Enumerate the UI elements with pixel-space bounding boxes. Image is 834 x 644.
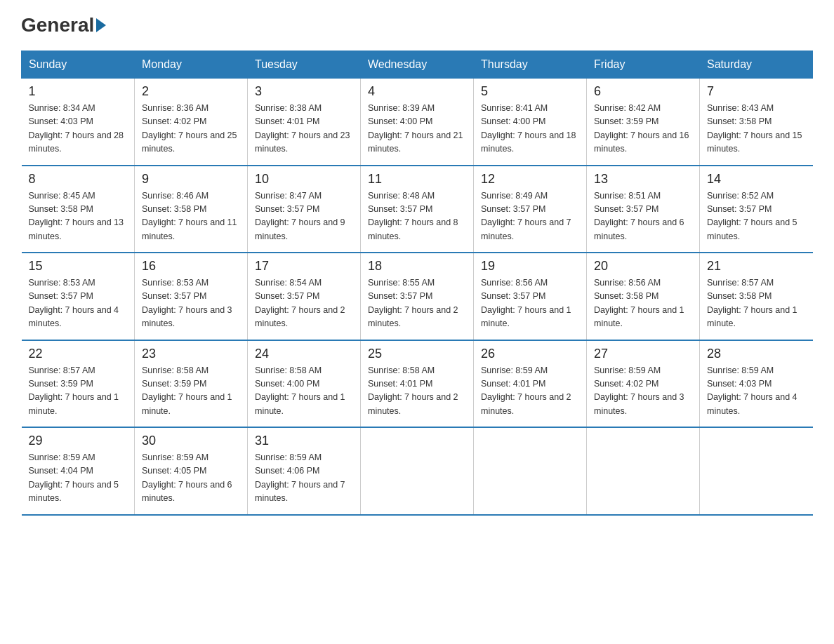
calendar-cell: 28 Sunrise: 8:59 AMSunset: 4:03 PMDaylig… xyxy=(700,340,813,428)
day-number: 18 xyxy=(368,259,466,274)
day-number: 13 xyxy=(594,172,692,187)
day-number: 19 xyxy=(481,259,579,274)
calendar-cell: 13 Sunrise: 8:51 AMSunset: 3:57 PMDaylig… xyxy=(587,166,700,253)
day-info: Sunrise: 8:41 AMSunset: 4:00 PMDaylight:… xyxy=(481,103,576,154)
day-number: 31 xyxy=(255,434,353,448)
day-info: Sunrise: 8:58 AMSunset: 3:59 PMDaylight:… xyxy=(142,365,232,416)
day-info: Sunrise: 8:56 AMSunset: 3:58 PMDaylight:… xyxy=(594,278,684,328)
day-number: 28 xyxy=(707,347,806,361)
day-number: 26 xyxy=(481,347,579,361)
calendar-cell: 22 Sunrise: 8:57 AMSunset: 3:59 PMDaylig… xyxy=(22,340,135,428)
day-info: Sunrise: 8:58 AMSunset: 4:00 PMDaylight:… xyxy=(255,365,345,416)
calendar-header: Sunday Monday Tuesday Wednesday Thursday… xyxy=(22,51,813,79)
day-number: 22 xyxy=(29,347,128,361)
calendar-cell: 6 Sunrise: 8:42 AMSunset: 3:59 PMDayligh… xyxy=(587,79,700,166)
day-number: 9 xyxy=(142,172,240,187)
col-thursday: Thursday xyxy=(474,51,587,79)
day-number: 17 xyxy=(255,259,353,274)
calendar-cell xyxy=(700,427,813,515)
day-info: Sunrise: 8:56 AMSunset: 3:57 PMDaylight:… xyxy=(481,278,571,328)
day-info: Sunrise: 8:52 AMSunset: 3:57 PMDaylight:… xyxy=(707,191,797,241)
calendar-cell: 15 Sunrise: 8:53 AMSunset: 3:57 PMDaylig… xyxy=(22,253,135,340)
col-tuesday: Tuesday xyxy=(248,51,361,79)
day-info: Sunrise: 8:51 AMSunset: 3:57 PMDaylight:… xyxy=(594,191,684,241)
day-number: 1 xyxy=(29,84,128,99)
col-friday: Friday xyxy=(587,51,700,79)
calendar-cell: 4 Sunrise: 8:39 AMSunset: 4:00 PMDayligh… xyxy=(361,79,474,166)
day-number: 27 xyxy=(594,347,692,361)
calendar-cell: 20 Sunrise: 8:56 AMSunset: 3:58 PMDaylig… xyxy=(587,253,700,340)
calendar-cell: 26 Sunrise: 8:59 AMSunset: 4:01 PMDaylig… xyxy=(474,340,587,428)
calendar-week-row: 15 Sunrise: 8:53 AMSunset: 3:57 PMDaylig… xyxy=(22,253,813,340)
col-wednesday: Wednesday xyxy=(361,51,474,79)
day-number: 25 xyxy=(368,347,466,361)
calendar-cell: 9 Sunrise: 8:46 AMSunset: 3:58 PMDayligh… xyxy=(135,166,248,253)
day-info: Sunrise: 8:58 AMSunset: 4:01 PMDaylight:… xyxy=(368,365,458,416)
day-info: Sunrise: 8:34 AMSunset: 4:03 PMDaylight:… xyxy=(29,103,124,154)
calendar-cell: 25 Sunrise: 8:58 AMSunset: 4:01 PMDaylig… xyxy=(361,340,474,428)
calendar-cell: 24 Sunrise: 8:58 AMSunset: 4:00 PMDaylig… xyxy=(248,340,361,428)
calendar-cell: 12 Sunrise: 8:49 AMSunset: 3:57 PMDaylig… xyxy=(474,166,587,253)
day-info: Sunrise: 8:59 AMSunset: 4:05 PMDaylight:… xyxy=(142,452,232,503)
day-number: 24 xyxy=(255,347,353,361)
day-info: Sunrise: 8:55 AMSunset: 3:57 PMDaylight:… xyxy=(368,278,458,328)
calendar-cell: 17 Sunrise: 8:54 AMSunset: 3:57 PMDaylig… xyxy=(248,253,361,340)
day-info: Sunrise: 8:43 AMSunset: 3:58 PMDaylight:… xyxy=(707,103,802,154)
calendar-cell xyxy=(474,427,587,515)
day-info: Sunrise: 8:59 AMSunset: 4:06 PMDaylight:… xyxy=(255,452,345,503)
day-info: Sunrise: 8:39 AMSunset: 4:00 PMDaylight:… xyxy=(368,103,463,154)
day-number: 29 xyxy=(29,434,128,448)
day-number: 7 xyxy=(707,84,806,99)
day-number: 15 xyxy=(29,259,128,274)
day-info: Sunrise: 8:49 AMSunset: 3:57 PMDaylight:… xyxy=(481,191,571,241)
day-info: Sunrise: 8:59 AMSunset: 4:02 PMDaylight:… xyxy=(594,365,684,416)
day-info: Sunrise: 8:53 AMSunset: 3:57 PMDaylight:… xyxy=(142,278,232,328)
calendar-cell: 18 Sunrise: 8:55 AMSunset: 3:57 PMDaylig… xyxy=(361,253,474,340)
calendar-cell: 23 Sunrise: 8:58 AMSunset: 3:59 PMDaylig… xyxy=(135,340,248,428)
calendar-week-row: 1 Sunrise: 8:34 AMSunset: 4:03 PMDayligh… xyxy=(22,79,813,166)
calendar-week-row: 8 Sunrise: 8:45 AMSunset: 3:58 PMDayligh… xyxy=(22,166,813,253)
day-info: Sunrise: 8:59 AMSunset: 4:03 PMDaylight:… xyxy=(707,365,797,416)
day-number: 4 xyxy=(368,84,466,99)
calendar-cell: 1 Sunrise: 8:34 AMSunset: 4:03 PMDayligh… xyxy=(22,79,135,166)
calendar-cell: 10 Sunrise: 8:47 AMSunset: 3:57 PMDaylig… xyxy=(248,166,361,253)
calendar-table: Sunday Monday Tuesday Wednesday Thursday… xyxy=(21,51,813,516)
day-number: 5 xyxy=(481,84,579,99)
col-sunday: Sunday xyxy=(22,51,135,79)
day-number: 8 xyxy=(29,172,128,187)
calendar-body: 1 Sunrise: 8:34 AMSunset: 4:03 PMDayligh… xyxy=(22,79,813,515)
day-number: 16 xyxy=(142,259,240,274)
day-number: 2 xyxy=(142,84,240,99)
day-number: 20 xyxy=(594,259,692,274)
day-number: 3 xyxy=(255,84,353,99)
day-info: Sunrise: 8:59 AMSunset: 4:01 PMDaylight:… xyxy=(481,365,571,416)
day-number: 21 xyxy=(707,259,806,274)
day-info: Sunrise: 8:45 AMSunset: 3:58 PMDaylight:… xyxy=(29,191,124,241)
col-saturday: Saturday xyxy=(700,51,813,79)
day-info: Sunrise: 8:46 AMSunset: 3:58 PMDaylight:… xyxy=(142,191,237,241)
calendar-cell: 5 Sunrise: 8:41 AMSunset: 4:00 PMDayligh… xyxy=(474,79,587,166)
logo-triangle-icon xyxy=(96,18,106,32)
day-info: Sunrise: 8:42 AMSunset: 3:59 PMDaylight:… xyxy=(594,103,689,154)
day-number: 6 xyxy=(594,84,692,99)
day-number: 23 xyxy=(142,347,240,361)
calendar-cell: 3 Sunrise: 8:38 AMSunset: 4:01 PMDayligh… xyxy=(248,79,361,166)
day-info: Sunrise: 8:53 AMSunset: 3:57 PMDaylight:… xyxy=(29,278,119,328)
calendar-cell: 27 Sunrise: 8:59 AMSunset: 4:02 PMDaylig… xyxy=(587,340,700,428)
calendar-week-row: 22 Sunrise: 8:57 AMSunset: 3:59 PMDaylig… xyxy=(22,340,813,428)
day-info: Sunrise: 8:57 AMSunset: 3:59 PMDaylight:… xyxy=(29,365,119,416)
day-info: Sunrise: 8:36 AMSunset: 4:02 PMDaylight:… xyxy=(142,103,237,154)
calendar-cell: 14 Sunrise: 8:52 AMSunset: 3:57 PMDaylig… xyxy=(700,166,813,253)
day-info: Sunrise: 8:57 AMSunset: 3:58 PMDaylight:… xyxy=(707,278,797,328)
day-number: 14 xyxy=(707,172,806,187)
day-number: 11 xyxy=(368,172,466,187)
col-monday: Monday xyxy=(135,51,248,79)
day-info: Sunrise: 8:59 AMSunset: 4:04 PMDaylight:… xyxy=(29,452,119,503)
day-info: Sunrise: 8:48 AMSunset: 3:57 PMDaylight:… xyxy=(368,191,458,241)
page-header: General xyxy=(21,14,813,36)
calendar-cell: 31 Sunrise: 8:59 AMSunset: 4:06 PMDaylig… xyxy=(248,427,361,515)
day-info: Sunrise: 8:54 AMSunset: 3:57 PMDaylight:… xyxy=(255,278,345,328)
calendar-cell: 21 Sunrise: 8:57 AMSunset: 3:58 PMDaylig… xyxy=(700,253,813,340)
logo: General xyxy=(21,14,108,36)
calendar-cell: 7 Sunrise: 8:43 AMSunset: 3:58 PMDayligh… xyxy=(700,79,813,166)
